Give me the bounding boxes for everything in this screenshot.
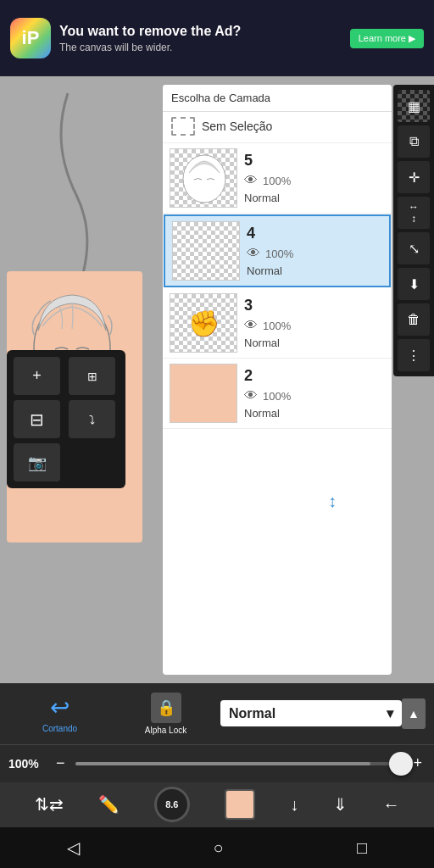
cut-icon: ↩ bbox=[50, 693, 70, 721]
layer-panel-header: Escolha de Camada bbox=[163, 85, 392, 112]
reference-button[interactable]: ⊞ bbox=[69, 357, 115, 395]
transform-button[interactable]: ⤡ bbox=[398, 232, 430, 264]
layer-3-eye: 👁 100% bbox=[244, 318, 385, 333]
layer-5-thumb bbox=[170, 148, 237, 208]
alpha-lock-icon: 🔒 bbox=[151, 693, 181, 723]
layer-3-blend: Normal bbox=[244, 337, 385, 349]
blend-scroll-button[interactable]: ▲ bbox=[402, 698, 426, 729]
checker-pattern-button[interactable]: ▦ bbox=[398, 90, 430, 122]
layer-copy-button[interactable]: ⧉ bbox=[398, 125, 430, 158]
layer-item-2[interactable]: 2 👁 100% Normal bbox=[163, 359, 392, 429]
layer-4-thumb bbox=[172, 221, 240, 281]
layer-item-4[interactable]: 4 👁 100% Normal ↕ bbox=[164, 214, 391, 287]
no-selection-label: Sem Seleção bbox=[202, 120, 272, 133]
layer-5-number: 5 bbox=[244, 152, 385, 170]
layer-2-blend: Normal bbox=[244, 407, 385, 420]
brush-size-indicator[interactable]: 8.6 bbox=[154, 787, 190, 822]
opacity-slider-fill bbox=[75, 762, 370, 765]
alpha-lock-tool[interactable]: 🔒 Alpha Lock bbox=[114, 693, 217, 735]
cut-label: Cortando bbox=[42, 724, 77, 733]
more-options-button[interactable]: ⋮ bbox=[398, 339, 430, 371]
layer-2-eye: 👁 100% bbox=[244, 388, 385, 403]
blend-mode-selector[interactable]: Normal ▾ bbox=[220, 700, 402, 726]
layer-3-info: 3 👁 100% Normal bbox=[244, 297, 385, 349]
blend-mode-chevron: ▾ bbox=[387, 705, 393, 721]
ad-learn-more-button[interactable]: Learn more ▶ bbox=[350, 29, 424, 48]
flip-horizontal-button[interactable]: ↔↕ bbox=[398, 197, 430, 229]
layer-panel-title: Escolha de Camada bbox=[171, 92, 270, 104]
alpha-lock-label: Alpha Lock bbox=[145, 726, 186, 735]
layer-4-info: 4 👁 100% Normal bbox=[247, 225, 382, 277]
blend-mode-value: Normal bbox=[229, 706, 275, 721]
canvas-area[interactable]: Escolha de Camada Sem Seleção bbox=[0, 76, 434, 683]
ad-title: You want to remove the Ad? bbox=[59, 23, 342, 39]
add-layer-button[interactable]: + bbox=[14, 357, 60, 395]
layer-item-5[interactable]: 5 👁 100% Normal bbox=[163, 143, 392, 214]
transform-tool[interactable]: ⇅⇄ bbox=[35, 794, 64, 815]
brush-tool[interactable]: ✏️ bbox=[98, 794, 120, 815]
move-button[interactable]: ✛ bbox=[398, 161, 430, 193]
opacity-slider[interactable] bbox=[75, 762, 403, 765]
bottom-tools: ↩ Cortando 🔒 Alpha Lock Normal ▾ ▲ 100% … bbox=[0, 683, 434, 827]
sys-home-button[interactable]: ○ bbox=[213, 838, 223, 858]
bottom-tools-row: ⇅⇄ ✏️ 8.6 ↓ ⇓ ← bbox=[0, 782, 434, 827]
ad-subtitle: The canvas will be wider. bbox=[59, 42, 342, 53]
ad-text: You want to remove the Ad? The canvas wi… bbox=[59, 23, 342, 53]
export-button[interactable]: ⤵ bbox=[69, 400, 115, 438]
no-selection-row[interactable]: Sem Seleção bbox=[163, 112, 392, 143]
opacity-row: 100% − + bbox=[0, 745, 434, 782]
left-panel: + ⊞ ⊟ ⤵ 📷 bbox=[7, 350, 125, 488]
layer-4-number: 4 bbox=[247, 225, 382, 242]
scroll-down-button[interactable]: ↓ bbox=[290, 795, 298, 815]
layer-panel: Escolha de Camada Sem Seleção bbox=[163, 85, 392, 675]
delete-layer-button[interactable]: 🗑 bbox=[398, 303, 430, 336]
opacity-decrease-button[interactable]: − bbox=[53, 754, 69, 772]
tool-row: ↩ Cortando 🔒 Alpha Lock Normal ▾ ▲ bbox=[0, 683, 434, 745]
layer-item-3[interactable]: ✊ 3 👁 100% Normal bbox=[163, 288, 392, 359]
no-selection-icon bbox=[171, 117, 195, 136]
layer-3-thumb: ✊ bbox=[170, 293, 237, 353]
ad-icon: iP bbox=[10, 18, 51, 58]
opacity-label: 100% bbox=[8, 757, 46, 771]
layer-5-info: 5 👁 100% Normal bbox=[244, 152, 385, 204]
layer-5-eye: 👁 100% bbox=[244, 173, 385, 188]
system-navigation: ◁ ○ □ bbox=[0, 827, 434, 868]
blend-selector-area[interactable]: Normal ▾ ▲ bbox=[220, 698, 426, 729]
sys-back-button[interactable]: ◁ bbox=[67, 837, 80, 858]
camera-button[interactable]: 📷 bbox=[14, 443, 60, 481]
cut-tool[interactable]: ↩ Cortando bbox=[8, 693, 111, 733]
layer-2-info: 2 👁 100% Normal bbox=[244, 367, 385, 420]
layer-5-blend: Normal bbox=[244, 192, 385, 204]
layer-2-number: 2 bbox=[244, 367, 385, 385]
scroll-down-alt-button[interactable]: ⇓ bbox=[333, 794, 348, 815]
layer-4-blend: Normal bbox=[247, 264, 382, 277]
layer-3-number: 3 bbox=[244, 297, 385, 314]
right-toolbar: ▦ ⧉ ✛ ↔↕ ⤡ ⬇ 🗑 ⋮ bbox=[393, 85, 434, 376]
add-frame-button[interactable]: ⊟ bbox=[14, 400, 60, 438]
color-swatch[interactable] bbox=[225, 789, 255, 820]
back-button[interactable]: ← bbox=[382, 795, 399, 815]
layer-4-eye: 👁 100% bbox=[247, 246, 382, 261]
layer-2-thumb bbox=[170, 364, 237, 423]
sys-recent-button[interactable]: □ bbox=[357, 838, 367, 858]
flatten-button[interactable]: ⬇ bbox=[398, 268, 430, 300]
app-container: Escolha de Camada Sem Seleção bbox=[0, 76, 434, 868]
ad-banner: iP You want to remove the Ad? The canvas… bbox=[0, 0, 434, 76]
